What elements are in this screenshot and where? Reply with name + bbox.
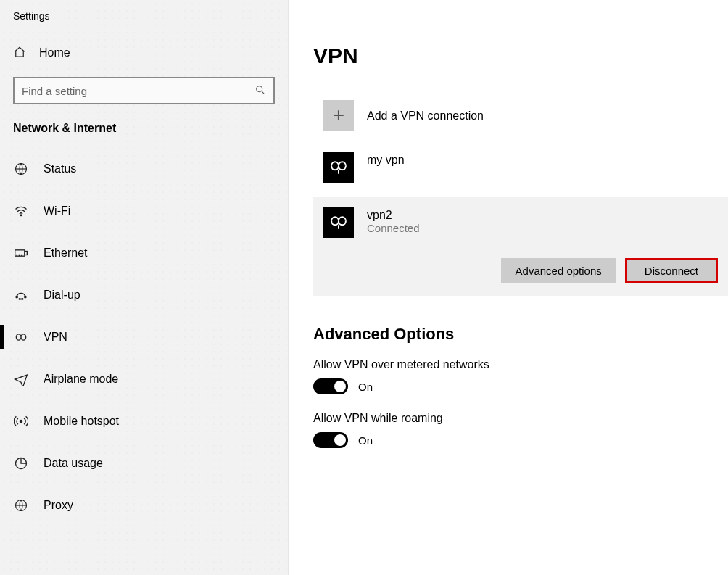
dialup-icon	[13, 288, 29, 302]
home-label: Home	[39, 46, 70, 59]
sidebar-item-ethernet[interactable]: Ethernet	[0, 232, 288, 274]
add-vpn-row[interactable]: + Add a VPN connection	[313, 93, 728, 138]
advanced-options-button[interactable]: Advanced options	[501, 258, 616, 283]
option-label: Allow VPN over metered networks	[313, 358, 728, 371]
disconnect-button[interactable]: Disconnect	[625, 258, 718, 283]
plus-icon: +	[333, 105, 344, 125]
ethernet-icon	[13, 246, 29, 260]
advanced-options-heading: Advanced Options	[313, 325, 728, 344]
vpn-connection-icon	[328, 215, 349, 231]
sidebar-item-label: Ethernet	[44, 247, 87, 260]
globe-icon	[13, 162, 29, 176]
vpn-name: vpn2	[367, 207, 420, 222]
airplane-icon	[13, 372, 29, 386]
plus-tile: +	[323, 100, 354, 131]
toggle-state: On	[358, 434, 373, 447]
vpn-icon	[13, 330, 29, 344]
sidebar-item-wifi[interactable]: Wi-Fi	[0, 190, 288, 232]
svg-point-3	[20, 215, 22, 216]
sidebar-item-hotspot[interactable]: Mobile hotspot	[0, 400, 288, 442]
sidebar-item-status[interactable]: Status	[0, 148, 288, 190]
option-metered: Allow VPN over metered networks On	[313, 358, 728, 394]
search-icon	[255, 84, 266, 98]
svg-point-10	[25, 296, 27, 298]
vpn-list: + Add a VPN connection my vpn vpn2 Conne…	[313, 93, 728, 296]
vpn-connection-item-selected[interactable]: vpn2 Connected Advanced options Disconne…	[313, 197, 728, 296]
window-title: Settings	[0, 7, 288, 36]
vpn-connection-item[interactable]: my vpn	[313, 145, 728, 190]
vpn-name: my vpn	[367, 152, 405, 167]
wifi-icon	[13, 204, 29, 218]
search-box[interactable]	[13, 77, 275, 104]
vpn-button-row: Advanced options Disconnect	[323, 258, 718, 283]
home-icon	[13, 46, 26, 61]
page-title: VPN	[313, 44, 728, 68]
sidebar-item-label: Proxy	[44, 499, 73, 512]
toggle-state: On	[358, 381, 373, 393]
home-nav[interactable]: Home	[0, 36, 288, 70]
data-usage-icon	[13, 456, 29, 471]
option-roaming: Allow VPN while roaming On	[313, 412, 728, 448]
toggle-knob	[334, 381, 346, 392]
sidebar-item-label: Status	[44, 162, 76, 175]
vpn-status: Connected	[367, 222, 420, 234]
sidebar-item-proxy[interactable]: Proxy	[0, 484, 288, 526]
sidebar-item-label: Wi-Fi	[44, 204, 70, 218]
toggle-roaming[interactable]	[313, 432, 348, 448]
hotspot-icon	[13, 414, 29, 429]
sidebar-item-label: Dial-up	[44, 289, 80, 302]
sidebar: Settings Home Network & Internet Status …	[0, 0, 289, 575]
sidebar-item-label: Mobile hotspot	[44, 415, 119, 428]
sidebar-item-dialup[interactable]: Dial-up	[0, 274, 288, 316]
main-content: VPN + Add a VPN connection my vpn vpn2	[289, 0, 728, 575]
vpn-tile	[323, 207, 354, 238]
svg-point-14	[20, 420, 22, 422]
sidebar-item-airplane[interactable]: Airplane mode	[0, 358, 288, 400]
svg-point-0	[257, 86, 262, 91]
sidebar-item-label: Airplane mode	[44, 373, 118, 386]
toggle-knob	[334, 434, 346, 446]
svg-line-1	[262, 91, 264, 94]
toggle-metered[interactable]	[313, 378, 348, 394]
svg-point-9	[16, 296, 18, 298]
proxy-icon	[13, 498, 29, 513]
option-label: Allow VPN while roaming	[313, 412, 728, 425]
sidebar-item-label: Data usage	[44, 457, 103, 470]
vpn-connection-icon	[328, 160, 349, 175]
sidebar-item-vpn[interactable]: VPN	[0, 316, 288, 358]
sidebar-item-data-usage[interactable]: Data usage	[0, 442, 288, 484]
svg-rect-5	[25, 252, 27, 255]
search-input[interactable]	[22, 85, 241, 97]
sidebar-item-label: VPN	[44, 331, 67, 344]
add-vpn-label: Add a VPN connection	[367, 108, 484, 123]
sidebar-section-heading: Network & Internet	[0, 115, 288, 148]
vpn-tile	[323, 152, 354, 183]
